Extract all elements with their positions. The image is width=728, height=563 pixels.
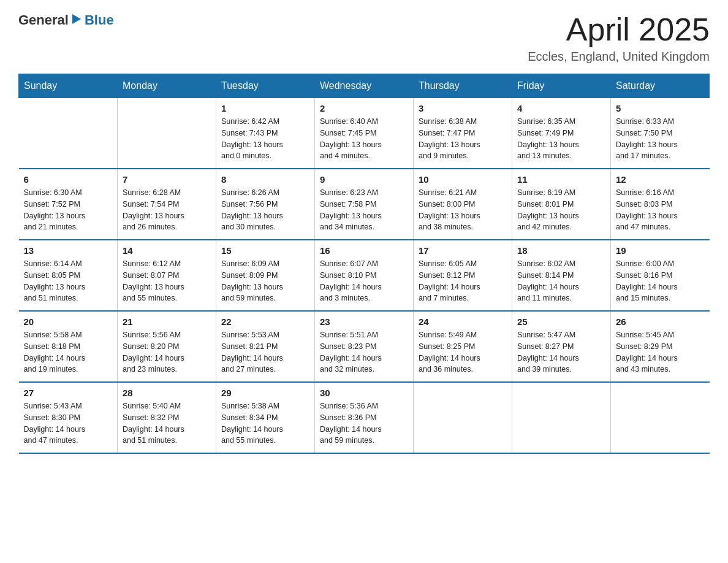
calendar-cell: 28Sunrise: 5:40 AM Sunset: 8:32 PM Dayli… — [118, 382, 216, 453]
day-number: 2 — [320, 103, 408, 113]
calendar-cell — [118, 98, 216, 169]
calendar-cell: 18Sunrise: 6:02 AM Sunset: 8:14 PM Dayli… — [512, 240, 611, 311]
day-number: 12 — [616, 174, 705, 185]
day-number: 6 — [24, 174, 113, 185]
day-number: 18 — [517, 245, 605, 256]
day-number: 15 — [221, 245, 309, 256]
day-info: Sunrise: 5:43 AM Sunset: 8:30 PM Dayligh… — [24, 400, 113, 446]
calendar-cell: 1Sunrise: 6:42 AM Sunset: 7:43 PM Daylig… — [216, 98, 315, 169]
day-info: Sunrise: 5:51 AM Sunset: 8:23 PM Dayligh… — [320, 329, 408, 375]
calendar-cell: 7Sunrise: 6:28 AM Sunset: 7:54 PM Daylig… — [118, 169, 216, 240]
calendar-cell: 2Sunrise: 6:40 AM Sunset: 7:45 PM Daylig… — [315, 98, 414, 169]
day-number: 13 — [24, 245, 113, 256]
day-number: 11 — [517, 174, 605, 185]
day-info: Sunrise: 6:19 AM Sunset: 8:01 PM Dayligh… — [517, 187, 605, 233]
logo-general: General — [18, 12, 69, 28]
page-header: General Blue April 2025 Eccles, England,… — [18, 12, 710, 64]
day-info: Sunrise: 6:14 AM Sunset: 8:05 PM Dayligh… — [24, 258, 113, 304]
day-info: Sunrise: 5:38 AM Sunset: 8:34 PM Dayligh… — [221, 400, 309, 446]
day-info: Sunrise: 5:40 AM Sunset: 8:32 PM Dayligh… — [123, 400, 211, 446]
day-info: Sunrise: 6:23 AM Sunset: 7:58 PM Dayligh… — [320, 187, 408, 233]
calendar-cell: 26Sunrise: 5:45 AM Sunset: 8:29 PM Dayli… — [611, 311, 710, 382]
day-number: 26 — [616, 316, 705, 327]
day-info: Sunrise: 6:21 AM Sunset: 8:00 PM Dayligh… — [419, 187, 507, 233]
day-info: Sunrise: 5:53 AM Sunset: 8:21 PM Dayligh… — [221, 329, 309, 375]
weekday-header-friday: Friday — [512, 74, 611, 98]
calendar-cell: 22Sunrise: 5:53 AM Sunset: 8:21 PM Dayli… — [216, 311, 315, 382]
day-info: Sunrise: 6:40 AM Sunset: 7:45 PM Dayligh… — [320, 116, 408, 162]
calendar-cell: 17Sunrise: 6:05 AM Sunset: 8:12 PM Dayli… — [414, 240, 512, 311]
day-number: 24 — [419, 316, 507, 327]
calendar-cell: 16Sunrise: 6:07 AM Sunset: 8:10 PM Dayli… — [315, 240, 414, 311]
calendar-cell: 27Sunrise: 5:43 AM Sunset: 8:30 PM Dayli… — [19, 382, 118, 453]
day-info: Sunrise: 5:45 AM Sunset: 8:29 PM Dayligh… — [616, 329, 705, 375]
day-number: 22 — [221, 316, 309, 327]
calendar-week-row: 20Sunrise: 5:58 AM Sunset: 8:18 PM Dayli… — [19, 311, 710, 382]
day-info: Sunrise: 6:42 AM Sunset: 7:43 PM Dayligh… — [221, 116, 309, 162]
calendar-cell: 21Sunrise: 5:56 AM Sunset: 8:20 PM Dayli… — [118, 311, 216, 382]
day-number: 16 — [320, 245, 408, 256]
day-number: 8 — [221, 174, 309, 185]
weekday-header-thursday: Thursday — [414, 74, 512, 98]
calendar-cell: 12Sunrise: 6:16 AM Sunset: 8:03 PM Dayli… — [611, 169, 710, 240]
calendar-cell: 11Sunrise: 6:19 AM Sunset: 8:01 PM Dayli… — [512, 169, 611, 240]
calendar-week-row: 6Sunrise: 6:30 AM Sunset: 7:52 PM Daylig… — [19, 169, 710, 240]
calendar-cell — [414, 382, 512, 453]
day-info: Sunrise: 5:49 AM Sunset: 8:25 PM Dayligh… — [419, 329, 507, 375]
day-info: Sunrise: 6:12 AM Sunset: 8:07 PM Dayligh… — [123, 258, 211, 304]
day-number: 5 — [616, 103, 705, 113]
day-info: Sunrise: 6:28 AM Sunset: 7:54 PM Dayligh… — [123, 187, 211, 233]
weekday-header-saturday: Saturday — [611, 74, 710, 98]
calendar-cell: 30Sunrise: 5:36 AM Sunset: 8:36 PM Dayli… — [315, 382, 414, 453]
calendar-cell: 13Sunrise: 6:14 AM Sunset: 8:05 PM Dayli… — [19, 240, 118, 311]
day-number: 30 — [320, 388, 408, 398]
calendar-cell: 25Sunrise: 5:47 AM Sunset: 8:27 PM Dayli… — [512, 311, 611, 382]
day-info: Sunrise: 6:09 AM Sunset: 8:09 PM Dayligh… — [221, 258, 309, 304]
calendar-cell: 4Sunrise: 6:35 AM Sunset: 7:49 PM Daylig… — [512, 98, 611, 169]
day-number: 4 — [517, 103, 605, 113]
day-info: Sunrise: 5:47 AM Sunset: 8:27 PM Dayligh… — [517, 329, 605, 375]
logo-arrow-icon — [72, 14, 81, 26]
calendar-cell — [512, 382, 611, 453]
day-info: Sunrise: 5:36 AM Sunset: 8:36 PM Dayligh… — [320, 400, 408, 446]
logo-text: General Blue — [18, 12, 114, 28]
svg-marker-0 — [72, 14, 81, 24]
day-number: 7 — [123, 174, 211, 185]
day-number: 27 — [24, 388, 113, 398]
day-number: 1 — [221, 103, 309, 113]
calendar-cell: 6Sunrise: 6:30 AM Sunset: 7:52 PM Daylig… — [19, 169, 118, 240]
calendar-cell: 15Sunrise: 6:09 AM Sunset: 8:09 PM Dayli… — [216, 240, 315, 311]
day-info: Sunrise: 6:30 AM Sunset: 7:52 PM Dayligh… — [24, 187, 113, 233]
calendar-week-row: 1Sunrise: 6:42 AM Sunset: 7:43 PM Daylig… — [19, 98, 710, 169]
calendar-week-row: 27Sunrise: 5:43 AM Sunset: 8:30 PM Dayli… — [19, 382, 710, 453]
calendar-cell: 8Sunrise: 6:26 AM Sunset: 7:56 PM Daylig… — [216, 169, 315, 240]
day-info: Sunrise: 6:26 AM Sunset: 7:56 PM Dayligh… — [221, 187, 309, 233]
weekday-header-sunday: Sunday — [19, 74, 118, 98]
calendar-cell: 14Sunrise: 6:12 AM Sunset: 8:07 PM Dayli… — [118, 240, 216, 311]
weekday-header-monday: Monday — [118, 74, 216, 98]
calendar-cell: 9Sunrise: 6:23 AM Sunset: 7:58 PM Daylig… — [315, 169, 414, 240]
day-info: Sunrise: 6:16 AM Sunset: 8:03 PM Dayligh… — [616, 187, 705, 233]
day-info: Sunrise: 5:58 AM Sunset: 8:18 PM Dayligh… — [24, 329, 113, 375]
calendar-cell: 29Sunrise: 5:38 AM Sunset: 8:34 PM Dayli… — [216, 382, 315, 453]
day-number: 23 — [320, 316, 408, 327]
day-number: 14 — [123, 245, 211, 256]
day-info: Sunrise: 6:38 AM Sunset: 7:47 PM Dayligh… — [419, 116, 507, 162]
day-number: 10 — [419, 174, 507, 185]
calendar-subtitle: Eccles, England, United Kingdom — [528, 50, 710, 64]
day-info: Sunrise: 6:00 AM Sunset: 8:16 PM Dayligh… — [616, 258, 705, 304]
calendar-cell: 20Sunrise: 5:58 AM Sunset: 8:18 PM Dayli… — [19, 311, 118, 382]
calendar-cell: 19Sunrise: 6:00 AM Sunset: 8:16 PM Dayli… — [611, 240, 710, 311]
calendar-cell: 10Sunrise: 6:21 AM Sunset: 8:00 PM Dayli… — [414, 169, 512, 240]
day-info: Sunrise: 5:56 AM Sunset: 8:20 PM Dayligh… — [123, 329, 211, 375]
day-number: 20 — [24, 316, 113, 327]
logo: General Blue — [18, 12, 114, 28]
calendar-cell — [611, 382, 710, 453]
calendar-cell: 23Sunrise: 5:51 AM Sunset: 8:23 PM Dayli… — [315, 311, 414, 382]
day-number: 19 — [616, 245, 705, 256]
weekday-header-tuesday: Tuesday — [216, 74, 315, 98]
day-number: 29 — [221, 388, 309, 398]
logo-blue: Blue — [85, 12, 114, 28]
day-number: 28 — [123, 388, 211, 398]
day-number: 3 — [419, 103, 507, 113]
